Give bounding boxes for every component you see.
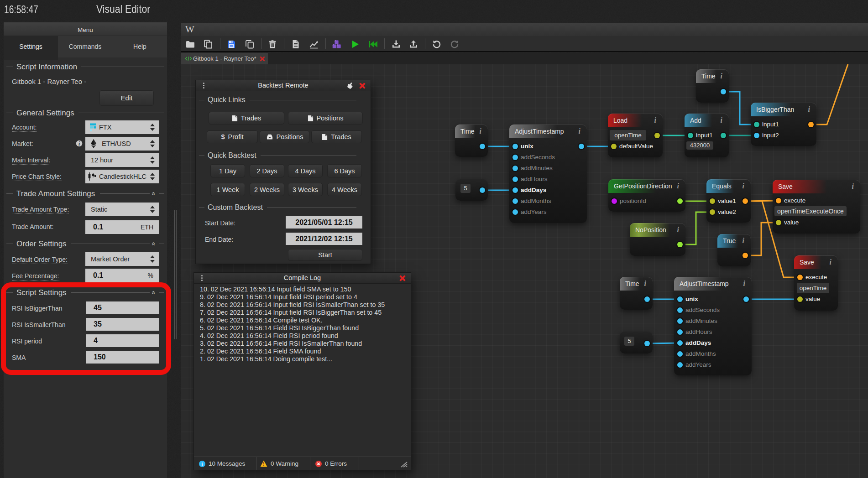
svg-text:i: i xyxy=(202,462,203,467)
svg-text:!: ! xyxy=(263,462,264,467)
